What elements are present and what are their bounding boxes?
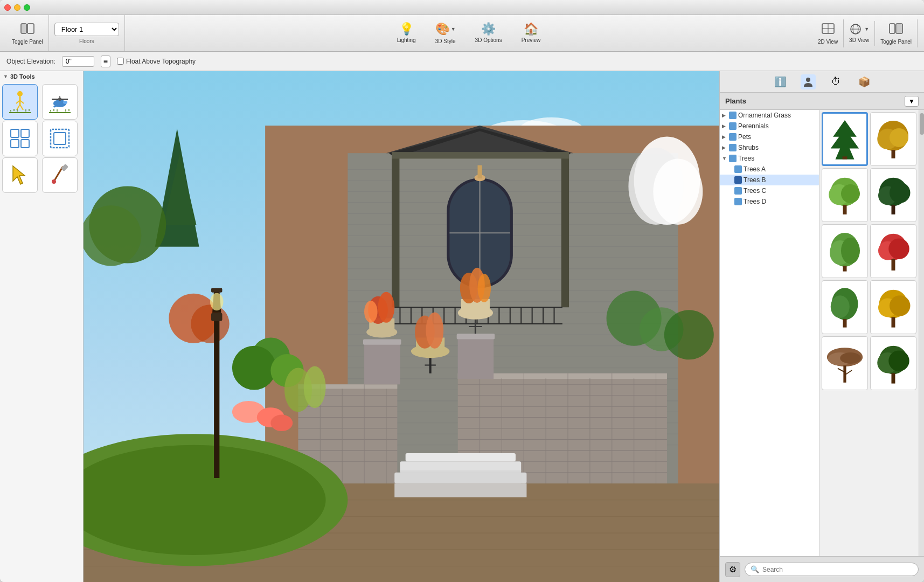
svg-rect-211: [400, 470, 521, 484]
plants-dropdown-button[interactable]: ▼: [905, 96, 919, 107]
plant-tile-1[interactable]: [822, 112, 868, 166]
svg-point-195: [232, 346, 276, 390]
category-trees[interactable]: ▼ Trees: [720, 153, 819, 164]
svg-point-212: [806, 78, 810, 82]
scrollbar-thumb[interactable]: [920, 113, 924, 135]
float-label[interactable]: Float Above Topography: [117, 58, 196, 65]
preview-button[interactable]: 🏠 Preview: [514, 21, 548, 45]
dropper-tool-button[interactable]: [42, 157, 78, 193]
plants-header: Plants ▼: [720, 93, 924, 110]
float-checkbox[interactable]: [117, 58, 124, 65]
svg-point-191: [84, 205, 141, 266]
svg-rect-46: [61, 164, 68, 171]
plant-tile-9[interactable]: [822, 336, 868, 390]
plant-tile-6[interactable]: [870, 224, 916, 278]
floors-section: Floor 1 Floor 2 Floor 3 Floors: [49, 15, 125, 51]
category-pets[interactable]: ▶ Pets: [720, 131, 819, 142]
select-tool-button[interactable]: [2, 157, 38, 193]
svg-rect-251: [892, 373, 895, 383]
category-trees-c[interactable]: Trees C: [720, 185, 819, 196]
tools-header: ▼ 3D Tools: [0, 71, 83, 82]
align-button[interactable]: ≡: [101, 56, 110, 67]
plant-tile-8[interactable]: [870, 280, 916, 334]
svg-point-12: [17, 91, 23, 96]
svg-point-206: [210, 293, 224, 311]
plant-tile-2[interactable]: [870, 112, 916, 166]
right-panel-scrollbar[interactable]: [919, 110, 924, 556]
options-3d-icon: ⚙️: [481, 23, 496, 35]
person-icon[interactable]: [801, 74, 816, 89]
search-input[interactable]: [762, 566, 913, 573]
category-trees-a[interactable]: Trees A: [720, 164, 819, 175]
plant-tile-5[interactable]: [822, 224, 868, 278]
obj-elevation-input[interactable]: [62, 56, 94, 67]
right-panel-top-icons: ℹ️ ⏱ 📦: [720, 71, 924, 93]
view-2d-icon: [821, 22, 836, 37]
toolbar-center: 💡 Lighting 🎨 ▼ 3D Style ⚙️ 3D Options 🏠 …: [125, 20, 812, 46]
toggle-panel-right-button[interactable]: Toggle Panel: [875, 19, 918, 47]
style-3d-button[interactable]: 🎨 ▼ 3D Style: [428, 20, 463, 46]
view-2d-button[interactable]: 2D View: [812, 19, 844, 47]
toggle-panel-right-label: Toggle Panel: [880, 39, 912, 45]
svg-rect-222: [843, 205, 847, 214]
view-2d-label: 2D View: [818, 39, 838, 45]
svg-line-17: [20, 105, 23, 110]
box-icon[interactable]: 📦: [857, 74, 872, 89]
floors-select[interactable]: Floor 1 Floor 2 Floor 3: [54, 23, 119, 36]
svg-rect-205: [211, 288, 222, 292]
main-toolbar: Toggle Panel Floor 1 Floor 2 Floor 3 Flo…: [0, 15, 924, 52]
folder-icon: [729, 155, 737, 162]
folder-icon: [729, 122, 737, 130]
maximize-button[interactable]: [24, 4, 30, 11]
category-trees-d[interactable]: Trees D: [720, 196, 819, 207]
folder-icon: [729, 112, 737, 119]
svg-rect-218: [892, 150, 895, 158]
secondary-toolbar: Object Elevation: ≡ Float Above Topograp…: [0, 52, 924, 71]
svg-point-209: [664, 310, 714, 359]
svg-point-25: [63, 101, 67, 104]
clock-icon[interactable]: ⏱: [829, 74, 844, 89]
toggle-panel-left-button[interactable]: Toggle Panel: [6, 15, 49, 51]
svg-rect-171: [457, 334, 495, 339]
options-3d-button[interactable]: ⚙️ 3D Options: [468, 21, 510, 45]
plant-tile-4[interactable]: [870, 168, 916, 222]
folder-icon: [734, 187, 742, 195]
toggle-panel-right-icon: [888, 22, 904, 37]
orbit-tool-button[interactable]: [2, 121, 38, 156]
float-label-text: Float Above Topography: [126, 58, 196, 65]
title-bar: [0, 0, 924, 15]
plant-tile-10[interactable]: [870, 336, 916, 390]
folder-icon: [734, 198, 742, 205]
plants-title: Plants: [725, 97, 746, 105]
settings-button[interactable]: ⚙: [725, 562, 740, 577]
svg-point-201: [270, 414, 293, 431]
svg-rect-27: [53, 106, 55, 107]
frame-tool-button[interactable]: [42, 121, 78, 156]
minimize-button[interactable]: [14, 4, 20, 11]
bottom-bar: ⚙ 🔍: [720, 556, 924, 582]
plant-tile-7[interactable]: [822, 280, 868, 334]
svg-rect-81: [392, 153, 399, 307]
lighting-button[interactable]: 💡 Lighting: [390, 21, 423, 45]
traffic-lights: [4, 4, 30, 11]
helicopter-tool-button[interactable]: [42, 84, 78, 120]
toggle-panel-left-icon: [20, 22, 35, 37]
info-icon[interactable]: ℹ️: [773, 74, 788, 89]
walk-tool-button[interactable]: [2, 84, 38, 120]
category-ornamental-grass[interactable]: ▶ Ornamental Grass: [720, 110, 819, 121]
category-trees-b[interactable]: Trees B: [720, 175, 819, 185]
preview-label: Preview: [522, 37, 541, 43]
tools-header-arrow: ▼: [3, 74, 8, 79]
tools-grid: [0, 82, 83, 195]
search-box: 🔍: [745, 563, 919, 576]
category-perennials[interactable]: ▶ Perennials: [720, 121, 819, 131]
svg-point-233: [888, 238, 909, 259]
folder-icon-selected: [734, 176, 742, 184]
view-3d-button[interactable]: ▼ 3D View: [844, 21, 875, 46]
close-button[interactable]: [4, 4, 11, 11]
plant-tile-3[interactable]: [822, 168, 868, 222]
folder-icon: [729, 133, 737, 141]
svg-rect-162: [406, 453, 516, 461]
svg-rect-83: [392, 152, 569, 158]
category-shrubs[interactable]: ▶ Shrubs: [720, 142, 819, 153]
